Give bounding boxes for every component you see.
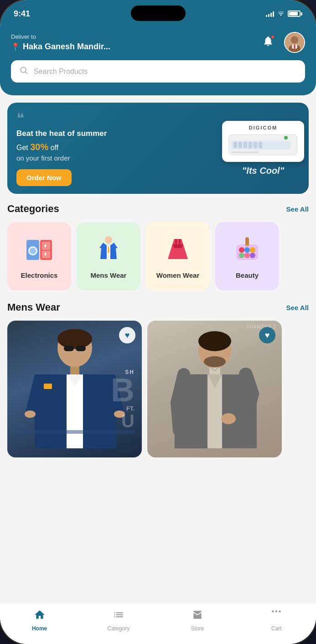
- notification-badge: [270, 35, 275, 39]
- product-card-1[interactable]: ♥: [7, 321, 142, 457]
- header-top: Deliver to 📍 Haka Ganesh Mandir...: [11, 32, 305, 53]
- discount-percent: 30%: [30, 142, 48, 152]
- beauty-label: Beauty: [236, 271, 259, 279]
- category-icon: [113, 609, 124, 623]
- battery-icon: [288, 10, 302, 17]
- banner-tagline: "Its Cool": [242, 166, 284, 176]
- user-avatar[interactable]: [284, 32, 305, 53]
- women-wear-icon: [162, 234, 194, 266]
- location-text: Haka Ganesh Mandir...: [23, 42, 110, 52]
- discount-prefix: Get: [16, 144, 30, 151]
- svg-point-55: [221, 413, 236, 424]
- app-header: Deliver to 📍 Haka Ganesh Mandir...: [0, 25, 316, 95]
- search-bar[interactable]: Search Products: [11, 60, 305, 83]
- category-women-wear[interactable]: Women Wear: [146, 222, 210, 291]
- svg-point-47: [25, 410, 36, 418]
- product-card-2[interactable]: ♥: [147, 321, 282, 457]
- banner-right: DIGICOM: [218, 103, 309, 194]
- svg-rect-9: [238, 142, 242, 148]
- category-beauty[interactable]: Beauty: [215, 222, 279, 291]
- heart-icon-1: ♥: [125, 331, 130, 340]
- cart-icon: [270, 609, 282, 623]
- notification-button[interactable]: [259, 33, 278, 52]
- status-icons: [266, 10, 302, 18]
- categories-header: Categories See All: [7, 203, 309, 215]
- product-1-letter: B: [111, 375, 135, 405]
- svg-point-34: [239, 253, 244, 258]
- categories-section: Categories See All: [0, 194, 316, 298]
- search-placeholder: Search Products: [34, 68, 88, 76]
- nav-home[interactable]: Home: [26, 609, 53, 632]
- cart-nav-label: Cart: [271, 625, 282, 632]
- svg-rect-15: [231, 151, 259, 153]
- category-mens-wear[interactable]: Mens Wear: [77, 222, 140, 291]
- category-nav-label: Category: [108, 625, 130, 632]
- ac-product-image: DIGICOM: [222, 121, 304, 162]
- categories-title: Categories: [7, 203, 59, 215]
- status-time: 9:41: [14, 9, 30, 19]
- beauty-icon: [231, 234, 263, 266]
- nav-store[interactable]: Store: [184, 609, 211, 632]
- promo-banner[interactable]: ❝ Beat the heat of summer Get 30% off on…: [7, 103, 309, 194]
- svg-point-52: [204, 356, 226, 367]
- svg-point-51: [198, 331, 231, 351]
- categories-see-all-button[interactable]: See All: [286, 205, 309, 213]
- home-icon: [34, 609, 46, 623]
- electronics-label: Electronics: [21, 271, 58, 279]
- location-pin-icon: 📍: [11, 42, 20, 51]
- svg-rect-46: [44, 384, 52, 389]
- svg-point-32: [244, 247, 250, 253]
- banner-discount: Get 30% off: [16, 142, 208, 152]
- svg-rect-23: [45, 253, 46, 255]
- svg-point-40: [57, 329, 92, 349]
- svg-rect-12: [254, 142, 257, 148]
- nav-category[interactable]: Category: [105, 609, 132, 632]
- svg-rect-29: [179, 239, 181, 245]
- category-electronics[interactable]: Electronics: [7, 222, 71, 291]
- svg-rect-38: [246, 244, 248, 246]
- brand-name: DIGICOM: [249, 125, 277, 130]
- avatar-image: [285, 33, 304, 52]
- bottom-navigation: Home Category Store: [0, 603, 316, 644]
- store-icon: [192, 609, 203, 623]
- mens-wear-section: Mens Wear See All ♥: [0, 298, 316, 461]
- mens-wear-icon: [93, 234, 124, 266]
- mens-wear-see-all-button[interactable]: See All: [286, 304, 309, 312]
- heart-icon-2: ♥: [265, 331, 270, 340]
- order-now-button[interactable]: Order Now: [16, 169, 72, 186]
- svg-point-31: [239, 247, 244, 253]
- banner-title: Beat the heat of summer: [16, 129, 208, 138]
- svg-rect-10: [243, 142, 247, 148]
- svg-rect-42: [76, 346, 86, 351]
- categories-list: Electronics: [7, 222, 309, 294]
- favorite-button-1[interactable]: ♥: [119, 327, 135, 343]
- svg-rect-49: [16, 430, 135, 434]
- svg-rect-28: [175, 239, 177, 245]
- svg-rect-44: [70, 366, 79, 374]
- phone-frame: 9:41: [0, 0, 316, 644]
- header-actions: [259, 32, 305, 53]
- svg-rect-11: [249, 142, 252, 148]
- svg-point-27: [105, 236, 112, 244]
- svg-rect-53: [209, 368, 220, 375]
- svg-point-25: [108, 254, 109, 256]
- favorite-button-2[interactable]: ♥: [259, 327, 275, 343]
- nav-cart[interactable]: Cart: [263, 609, 290, 632]
- svg-point-14: [284, 136, 288, 140]
- svg-point-56: [272, 610, 274, 612]
- phone-screen: 9:41: [0, 0, 316, 644]
- banner-left: ❝ Beat the heat of summer Get 30% off on…: [7, 103, 218, 194]
- search-icon: [19, 66, 28, 77]
- svg-rect-41: [64, 346, 74, 351]
- electronics-icon: [23, 234, 55, 266]
- home-nav-label: Home: [32, 625, 47, 632]
- svg-rect-22: [45, 244, 46, 247]
- deliver-to-label: Deliver to: [11, 33, 110, 40]
- banner-subtitle: on your first order: [16, 154, 208, 162]
- main-content: ❝ Beat the heat of summer Get 30% off on…: [0, 95, 316, 644]
- svg-point-1: [291, 36, 298, 43]
- mens-wear-header: Mens Wear See All: [7, 301, 309, 313]
- svg-point-33: [250, 247, 255, 253]
- deliver-location[interactable]: 📍 Haka Ganesh Mandir...: [11, 42, 110, 52]
- svg-rect-8: [233, 142, 237, 148]
